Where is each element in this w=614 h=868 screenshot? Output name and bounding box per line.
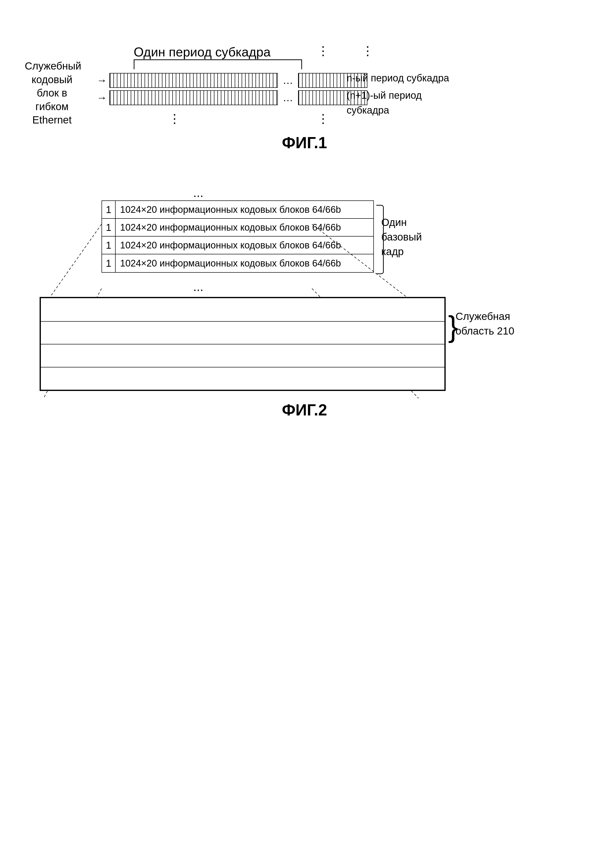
table-cell-text-3: 1024×20 информационных кодовых блоков 64…: [116, 240, 373, 251]
fig1-dots-tr2: ⋮: [361, 45, 374, 57]
table-cell-num-4: 1: [102, 254, 116, 272]
fig2-caption: ФИГ.2: [20, 401, 589, 419]
fig1-left-label: Служебный кодовый блок в гибком Ethernet: [25, 59, 79, 127]
table-row: 1 1024×20 информационных кодовых блоков …: [102, 201, 373, 219]
fig1-top-label: Один период субкадра: [134, 45, 270, 59]
fig1-dots-tr1: ⋮: [317, 45, 329, 57]
fig2-table: 1 1024×20 информационных кодовых блоков …: [101, 200, 374, 273]
hatched-bar-2: [109, 90, 278, 105]
fig1-dots-bottom1: ⋮: [168, 112, 181, 126]
fig2-dots-mid: ...: [193, 280, 204, 294]
fig2-service-line1: Служебная: [455, 309, 514, 324]
fig2-inner-line-1: [41, 321, 445, 322]
table-cell-text-1: 1024×20 информационных кодовых блоков 64…: [116, 205, 373, 215]
fig1-row2: → …: [96, 90, 367, 105]
hatched-bar-1: [109, 73, 278, 88]
fig1-right-n: n-ый период субкадра: [347, 71, 449, 85]
fig1-right-n1: (n+1)-ый период субкадра: [347, 88, 449, 118]
fig2-right-label: Один базовый кадр: [381, 215, 422, 259]
fig1-dots-mid-2: …: [283, 92, 293, 104]
table-row: 1 1024×20 информационных кодовых блоков …: [102, 219, 373, 237]
fig2-inner-line-2: [41, 344, 445, 344]
fig1-row1: → …: [96, 73, 367, 88]
fig1-dots-mid-1: …: [283, 74, 293, 86]
fig1-dots-bottom2: ⋮: [317, 112, 329, 126]
fig1-left-label-text: Служебный кодовый блок в гибком Ethernet: [25, 60, 81, 126]
fig2-right-line1: Один: [381, 215, 422, 230]
fig2-right-line2: базовый: [381, 230, 422, 245]
table-row: 1 1024×20 информационных кодовых блоков …: [102, 237, 373, 254]
table-row: 1 1024×20 информационных кодовых блоков …: [102, 254, 373, 272]
table-cell-text-4: 1024×20 информационных кодовых блоков 64…: [116, 258, 373, 269]
fig2-right-line3: кадр: [381, 245, 422, 259]
fig1-caption: ФИГ.1: [20, 133, 589, 152]
table-cell-num-3: 1: [102, 237, 116, 254]
fig2-service-label: Служебная область 210: [455, 309, 514, 338]
fig2-big-rect: [40, 297, 446, 391]
fig2-service-brace: }: [448, 309, 458, 343]
fig1-right-n1-text: (n+1)-ый период субкадра: [347, 90, 422, 116]
fig1-brace: [134, 59, 302, 69]
table-cell-num-2: 1: [102, 219, 116, 236]
fig2-dots-top: ...: [193, 186, 204, 200]
table-cell-text-2: 1024×20 информационных кодовых блоков 64…: [116, 222, 373, 233]
fig2-inner-line-3: [41, 367, 445, 367]
table-cell-num-1: 1: [102, 201, 116, 218]
fig2-service-line2: область 210: [455, 324, 514, 338]
arrow-right-1: →: [96, 74, 107, 86]
arrow-right-2: →: [96, 92, 107, 104]
fig1-right-labels: n-ый период субкадра (n+1)-ый период суб…: [347, 71, 449, 118]
page: Один период субкадра ⋮ ⋮ Служебный кодов…: [0, 0, 614, 868]
